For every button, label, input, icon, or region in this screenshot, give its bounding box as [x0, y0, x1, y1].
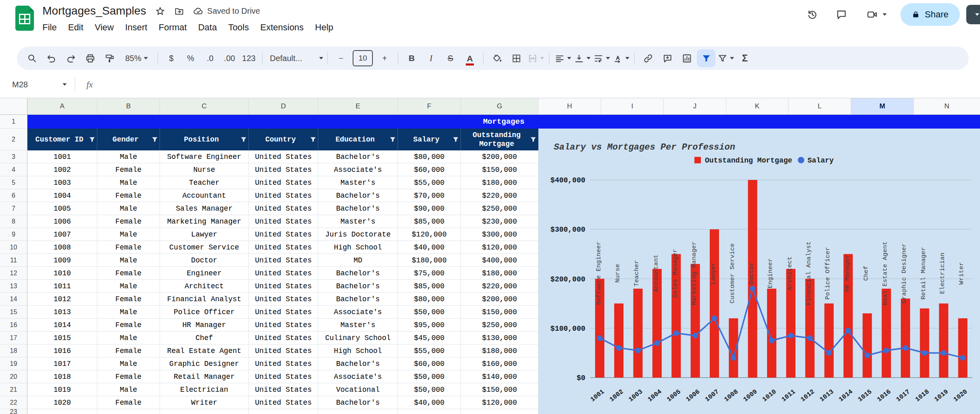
column-header-L[interactable]: L — [789, 98, 851, 114]
cell-G13[interactable]: $220,000 — [461, 280, 538, 293]
cell-B8[interactable]: Female — [97, 215, 160, 228]
decrease-decimal-button[interactable]: .0 — [201, 49, 219, 67]
cell-B4[interactable]: Female — [97, 163, 160, 176]
cell-G12[interactable]: $180,000 — [461, 267, 538, 280]
cell-F13[interactable]: $85,000 — [398, 280, 461, 293]
cell-A6[interactable]: 1004 — [27, 189, 97, 202]
comments-button[interactable] — [830, 3, 853, 26]
cell-A3[interactable]: 1001 — [27, 150, 97, 163]
cell-E12[interactable]: Bachelor's — [318, 267, 398, 280]
cell-A15[interactable]: 1013 — [27, 306, 97, 319]
row-header-22[interactable]: 22 — [0, 396, 27, 409]
cell-E5[interactable]: Master's — [318, 176, 398, 189]
name-box[interactable]: M28 — [0, 80, 67, 89]
bold-button[interactable]: B — [402, 49, 421, 67]
row-header-6[interactable]: 6 — [0, 189, 27, 202]
cell-B22[interactable]: Female — [97, 396, 160, 409]
cell-G20[interactable]: $140,000 — [461, 370, 538, 383]
filter-header-B2[interactable]: Gender — [97, 129, 160, 150]
cell-F20[interactable]: $50,000 — [398, 370, 461, 383]
cell-E19[interactable]: Bachelor's — [318, 357, 398, 370]
filter-header-G2[interactable]: Outstanding Mortgage — [461, 129, 538, 150]
column-header-D[interactable]: D — [249, 98, 318, 114]
merge-cells-button[interactable] — [526, 49, 545, 67]
row-header-15[interactable]: 15 — [0, 306, 27, 319]
cell-D22[interactable]: United States — [249, 396, 318, 409]
insert-comment-button[interactable] — [658, 49, 677, 67]
cell-B11[interactable]: Male — [97, 254, 160, 267]
text-rotation-button[interactable] — [612, 49, 630, 67]
cell-B5[interactable]: Male — [97, 176, 160, 189]
cell-B20[interactable]: Female — [97, 370, 160, 383]
cell-D14[interactable]: United States — [249, 293, 318, 306]
cell-B17[interactable]: Male — [97, 332, 160, 344]
cell-D19[interactable]: United States — [249, 357, 318, 370]
cell-E13[interactable]: Bachelor's — [318, 280, 398, 293]
column-header-G[interactable]: G — [461, 98, 538, 114]
embedded-chart[interactable]: $0$100,000$200,000$300,000$400,000Softwa… — [538, 129, 980, 414]
cell-F9[interactable]: $120,000 — [398, 228, 461, 241]
cell-D21[interactable]: United States — [249, 383, 318, 396]
cell-F17[interactable]: $45,000 — [398, 332, 461, 344]
cell-G17[interactable]: $130,000 — [461, 332, 538, 344]
horizontal-align-button[interactable] — [553, 49, 572, 67]
cell-D7[interactable]: United States — [249, 202, 318, 215]
menu-tools[interactable]: Tools — [223, 20, 254, 35]
menu-edit[interactable]: Edit — [62, 20, 89, 35]
cell-D20[interactable]: United States — [249, 370, 318, 383]
cell-F5[interactable]: $55,000 — [398, 176, 461, 189]
cell-D18[interactable]: United States — [249, 344, 318, 357]
filter-icon[interactable] — [310, 137, 316, 143]
filter-icon[interactable] — [389, 137, 396, 143]
version-history-button[interactable] — [801, 3, 824, 26]
fill-color-button[interactable] — [488, 49, 506, 67]
cell-E23[interactable] — [318, 409, 398, 414]
column-header-N[interactable]: N — [914, 98, 980, 114]
increase-font-size-button[interactable]: + — [375, 49, 394, 67]
cell-D8[interactable]: United States — [249, 215, 318, 228]
cell-D23[interactable] — [249, 409, 318, 414]
cell-C20[interactable]: Retail Manager — [160, 370, 249, 383]
cell-D3[interactable]: United States — [249, 150, 318, 163]
cell-A12[interactable]: 1010 — [27, 267, 97, 280]
cell-D15[interactable]: United States — [249, 306, 318, 319]
cell-C23[interactable] — [160, 409, 249, 414]
row-header-3[interactable]: 3 — [0, 150, 27, 163]
cell-E4[interactable]: Associate's — [318, 163, 398, 176]
cell-C14[interactable]: Financial Analyst — [160, 293, 249, 306]
cell-D5[interactable]: United States — [249, 176, 318, 189]
increase-decimal-button[interactable]: .00 — [220, 49, 239, 67]
cell-B7[interactable]: Male — [97, 202, 160, 215]
cell-E17[interactable]: Culinary School — [318, 332, 398, 344]
cell-F16[interactable]: $95,000 — [398, 319, 461, 332]
cell-G4[interactable]: $150,000 — [461, 163, 538, 176]
cell-C16[interactable]: HR Manager — [160, 319, 249, 332]
cell-D6[interactable]: United States — [249, 189, 318, 202]
star-icon[interactable] — [155, 6, 165, 16]
cell-E22[interactable]: Bachelor's — [318, 396, 398, 409]
cell-C12[interactable]: Engineer — [160, 267, 249, 280]
save-status[interactable]: Saved to Drive — [193, 6, 260, 16]
merged-title-cell[interactable]: Mortgages — [27, 115, 980, 129]
cell-F14[interactable]: $80,000 — [398, 293, 461, 306]
cell-E9[interactable]: Juris Doctorate — [318, 228, 398, 241]
cell-A19[interactable]: 1017 — [27, 357, 97, 370]
cell-D13[interactable]: United States — [249, 280, 318, 293]
column-header-M[interactable]: M — [851, 98, 914, 114]
filter-icon[interactable] — [240, 137, 247, 143]
row-header-20[interactable]: 20 — [0, 370, 27, 383]
cell-C6[interactable]: Accountant — [160, 189, 249, 202]
menu-extensions[interactable]: Extensions — [254, 20, 309, 35]
cell-F8[interactable]: $85,000 — [398, 215, 461, 228]
meet-dropdown-caret[interactable] — [883, 13, 887, 16]
cell-E21[interactable]: Vocational — [318, 383, 398, 396]
cell-D16[interactable]: United States — [249, 319, 318, 332]
row-header-16[interactable]: 16 — [0, 319, 27, 332]
cell-F11[interactable]: $180,000 — [398, 254, 461, 267]
cell-F12[interactable]: $75,000 — [398, 267, 461, 280]
row-header-21[interactable]: 21 — [0, 383, 27, 396]
row-header-9[interactable]: 9 — [0, 228, 27, 241]
currency-format-button[interactable]: $ — [162, 49, 181, 67]
cell-B23[interactable] — [97, 409, 160, 414]
cell-G23[interactable] — [461, 409, 538, 414]
